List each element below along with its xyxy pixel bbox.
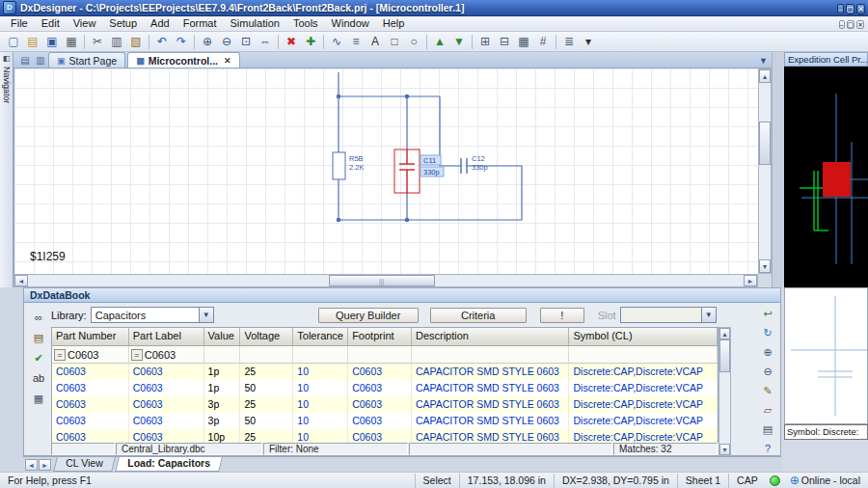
resistor-r5b[interactable]: R5B 2.2K <box>333 152 364 179</box>
table-row[interactable]: C0603C06033p2510C0603CAPACITOR SMD STYLE… <box>52 396 718 413</box>
column-header-voltage[interactable]: Voltage <box>240 328 293 345</box>
menu-window[interactable]: Window <box>325 16 376 31</box>
tab-list-icon[interactable]: ▤ <box>18 54 32 67</box>
circle-icon[interactable]: ○ <box>404 33 423 51</box>
rectangle-icon[interactable]: □ <box>385 33 404 51</box>
equals-operator-button[interactable]: = <box>131 349 143 361</box>
zoom-out-icon[interactable]: ⊖ <box>758 364 777 380</box>
save-icon[interactable]: ▣ <box>42 33 62 51</box>
menu-format[interactable]: Format <box>176 16 224 31</box>
column-header-part-label[interactable]: Part Label <box>129 328 204 345</box>
menu-simulation[interactable]: Simulation <box>224 16 286 31</box>
filter-cell[interactable]: =C0603 <box>52 346 129 363</box>
filter-cell[interactable] <box>204 346 241 363</box>
mdi-close-button[interactable]: ✕ <box>856 20 864 29</box>
binoculars-icon[interactable]: ∞ <box>29 310 48 326</box>
ab-text-icon[interactable]: ab <box>29 370 48 387</box>
capacitor-c12[interactable]: C12 330p <box>461 154 488 174</box>
scroll-track[interactable]: ||| <box>28 275 744 286</box>
column-header-value[interactable]: Value <box>204 328 241 345</box>
filter-cell[interactable] <box>569 346 718 363</box>
navigator-side-tab[interactable]: ◧ Navigator <box>0 52 14 287</box>
refresh-icon[interactable]: ↻ <box>758 325 777 341</box>
eraser-icon[interactable]: ▱ <box>758 402 777 419</box>
delete-icon[interactable]: ✖ <box>282 33 301 51</box>
chevron-down-icon[interactable]: ▼ <box>701 308 716 322</box>
criteria-button[interactable]: Criteria <box>430 308 527 323</box>
menu-setup[interactable]: Setup <box>102 16 144 31</box>
bus-icon[interactable]: ≡ <box>346 33 366 51</box>
table-row[interactable]: C0603C06031p5010C0603CAPACITOR SMD STYLE… <box>52 380 718 396</box>
move-up-icon[interactable]: ▲ <box>430 33 449 51</box>
menu-help[interactable]: Help <box>376 16 412 31</box>
filter-cell[interactable] <box>293 346 348 363</box>
tab-microcontroller[interactable]: ▦ Microcontrol... ✕ <box>127 52 239 68</box>
snap-icon[interactable]: # <box>533 33 553 51</box>
cut-icon[interactable]: ✂ <box>88 33 107 51</box>
table-vertical-scrollbar[interactable]: ▲ ▼ <box>719 327 731 456</box>
apply-filter-button[interactable]: ! <box>540 308 584 323</box>
tab-load-capacitors[interactable]: Load: Capacitors <box>115 457 223 472</box>
mdi-restore-button[interactable]: ▢ <box>847 20 855 29</box>
place-symbol-icon[interactable]: ↩ <box>758 306 777 322</box>
filter-cell[interactable] <box>412 346 570 363</box>
query-builder-button[interactable]: Query Builder <box>318 308 419 323</box>
scroll-track[interactable] <box>719 339 730 444</box>
properties-icon[interactable]: ≣ <box>559 33 579 51</box>
tab-scroll-left-icon[interactable]: ◄ <box>25 459 38 471</box>
menu-tools[interactable]: Tools <box>286 16 325 31</box>
pencil-icon[interactable]: ✎ <box>758 383 777 399</box>
cell-preview-canvas[interactable] <box>784 67 868 287</box>
scroll-track[interactable] <box>759 83 771 259</box>
databook-title-bar[interactable]: DxDataBook <box>24 288 780 303</box>
menu-view[interactable]: View <box>67 16 103 31</box>
capacitor-c11-selected[interactable]: C11 330p <box>394 149 444 193</box>
close-tab-icon[interactable]: ✕ <box>224 56 231 66</box>
close-button[interactable]: ✕ <box>856 4 865 14</box>
minimize-button[interactable]: – <box>837 4 843 14</box>
paste-icon[interactable]: ▧ <box>126 33 146 51</box>
net-label[interactable]: $1I259 <box>30 250 66 263</box>
export-icon[interactable]: ▤ <box>29 330 48 346</box>
slot-select[interactable]: ▼ <box>620 307 717 323</box>
column-header-footprint[interactable]: Footprint <box>348 328 412 345</box>
tab-start-page[interactable]: ▣ Start Page <box>48 52 125 68</box>
zoom-fit-icon[interactable]: ⊡ <box>236 33 256 51</box>
column-header-tolerance[interactable]: Tolerance <box>293 328 348 345</box>
tab-overflow-icon[interactable]: ▼ <box>759 56 768 66</box>
library-select[interactable]: Capacitors ▼ <box>91 307 214 323</box>
column-header-description[interactable]: Description <box>412 328 570 345</box>
print-icon[interactable]: ▦ <box>62 33 81 51</box>
scroll-up-icon[interactable]: ▲ <box>719 328 730 339</box>
table-row[interactable]: C0603C06033p5010C0603CAPACITOR SMD STYLE… <box>52 413 718 429</box>
align-icon[interactable]: ⊟ <box>495 33 514 51</box>
add-icon[interactable]: ✚ <box>301 33 320 51</box>
undo-icon[interactable]: ↶ <box>152 33 172 51</box>
new-icon[interactable]: ▢ <box>4 33 23 51</box>
copy-icon[interactable]: ▥ <box>107 33 126 51</box>
vertical-scrollbar[interactable]: ▲ ▼ <box>758 68 772 274</box>
menu-add[interactable]: Add <box>144 16 176 31</box>
title-bar[interactable]: D DxDesigner - C:\Projects\EEProjects\EE… <box>0 0 868 16</box>
scroll-down-icon[interactable]: ▼ <box>759 259 771 273</box>
green-check-icon[interactable]: ✔ <box>29 350 48 366</box>
move-down-icon[interactable]: ▼ <box>449 33 469 51</box>
cell-preview-header[interactable]: Expedition Cell Pr... <box>784 52 868 67</box>
scroll-thumb[interactable] <box>759 122 771 165</box>
equals-operator-button[interactable]: = <box>54 349 66 361</box>
zoom-in-icon[interactable]: ⊕ <box>758 344 777 361</box>
grid-view-icon[interactable]: ▦ <box>29 391 48 407</box>
zoom-in-icon[interactable]: ⊕ <box>198 33 217 51</box>
menu-edit[interactable]: Edit <box>35 16 67 31</box>
tab-scroll-right-icon[interactable]: ► <box>39 459 51 471</box>
scroll-down-icon[interactable]: ▼ <box>719 444 730 455</box>
grid-icon[interactable]: ⊞ <box>475 33 495 51</box>
zoom-out-icon[interactable]: ⊖ <box>217 33 236 51</box>
text-icon[interactable]: A <box>366 33 385 51</box>
table-row[interactable]: C0603C06031p2510C0603CAPACITOR SMD STYLE… <box>52 364 718 380</box>
schematic-canvas[interactable]: R5B 2.2K C11 330p C12 330p <box>14 68 758 274</box>
filter-cell[interactable] <box>348 346 412 363</box>
column-header-symbol-cl-[interactable]: Symbol (CL) <box>569 328 718 345</box>
open-icon[interactable]: ▤ <box>23 33 42 51</box>
filter-cell[interactable]: =C0603 <box>129 346 204 363</box>
